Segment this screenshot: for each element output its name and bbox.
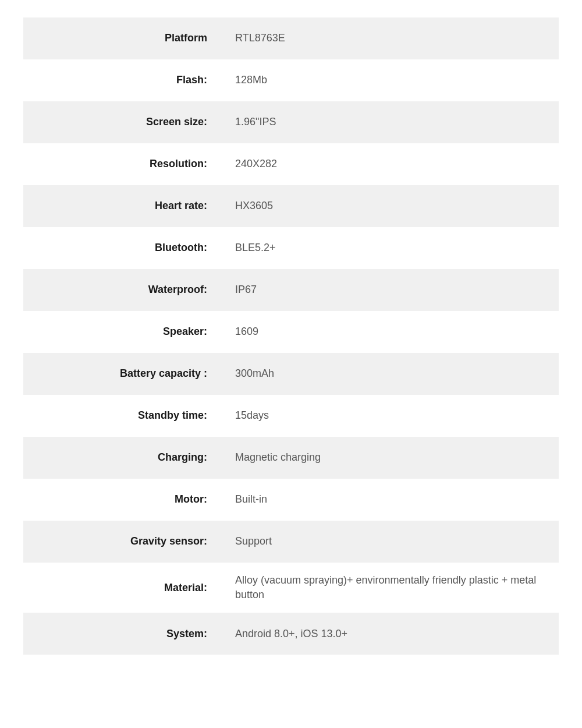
spec-value: Alloy (vacuum spraying)+ environmentally… <box>221 563 559 613</box>
spec-label: Bluetooth: <box>23 227 221 269</box>
spec-label: Platform <box>23 17 221 59</box>
table-row: Waterproof:IP67 <box>23 269 559 311</box>
table-row: Bluetooth:BLE5.2+ <box>23 227 559 269</box>
spec-label: Gravity sensor: <box>23 521 221 563</box>
spec-value: 1.96"IPS <box>221 101 559 143</box>
table-row: Battery capacity :300mAh <box>23 353 559 395</box>
spec-value: 240X282 <box>221 143 559 185</box>
spec-table: PlatformRTL8763EFlash:128MbScreen size:1… <box>23 17 559 655</box>
table-row: Gravity sensor:Support <box>23 521 559 563</box>
spec-value: Support <box>221 521 559 563</box>
table-row: Charging:Magnetic charging <box>23 437 559 479</box>
table-row: Flash:128Mb <box>23 59 559 101</box>
spec-value: Android 8.0+, iOS 13.0+ <box>221 613 559 655</box>
spec-value: BLE5.2+ <box>221 227 559 269</box>
spec-value: 15days <box>221 395 559 437</box>
spec-value: RTL8763E <box>221 17 559 59</box>
spec-label: Waterproof: <box>23 269 221 311</box>
table-row: Motor:Built-in <box>23 479 559 521</box>
table-row: Resolution:240X282 <box>23 143 559 185</box>
spec-label: Standby time: <box>23 395 221 437</box>
spec-value: 128Mb <box>221 59 559 101</box>
spec-value: Magnetic charging <box>221 437 559 479</box>
spec-label: Heart rate: <box>23 185 221 227</box>
spec-value: HX3605 <box>221 185 559 227</box>
spec-value: 1609 <box>221 311 559 353</box>
spec-label: Battery capacity : <box>23 353 221 395</box>
spec-label: Speaker: <box>23 311 221 353</box>
table-row: Heart rate:HX3605 <box>23 185 559 227</box>
spec-value: Built-in <box>221 479 559 521</box>
table-row: System:Android 8.0+, iOS 13.0+ <box>23 613 559 655</box>
spec-label: Flash: <box>23 59 221 101</box>
spec-label: Screen size: <box>23 101 221 143</box>
spec-label: Resolution: <box>23 143 221 185</box>
table-row: Material:Alloy (vacuum spraying)+ enviro… <box>23 563 559 613</box>
spec-label: Charging: <box>23 437 221 479</box>
spec-value: 300mAh <box>221 353 559 395</box>
spec-label: Material: <box>23 563 221 613</box>
spec-label: Motor: <box>23 479 221 521</box>
table-row: Screen size:1.96"IPS <box>23 101 559 143</box>
spec-value: IP67 <box>221 269 559 311</box>
spec-label: System: <box>23 613 221 655</box>
table-row: Standby time:15days <box>23 395 559 437</box>
table-row: Speaker:1609 <box>23 311 559 353</box>
table-row: PlatformRTL8763E <box>23 17 559 59</box>
